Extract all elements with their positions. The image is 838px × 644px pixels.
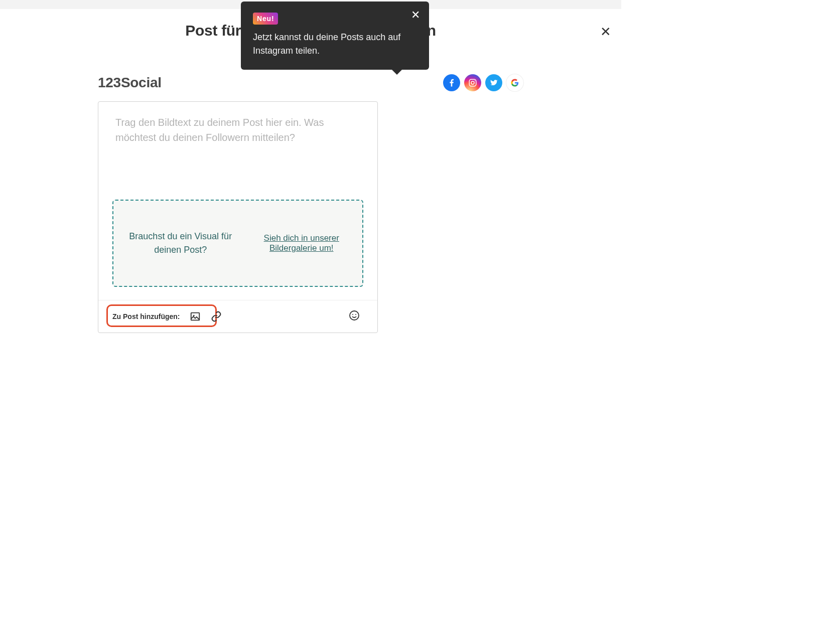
composer-footer: Zu Post hinzufügen: — [98, 300, 377, 333]
instagram-channel-button[interactable] — [464, 74, 481, 91]
add-link-button[interactable] — [210, 310, 222, 323]
tooltip-body: Jetzt kannst du deine Posts auch auf Ins… — [253, 31, 417, 58]
social-channel-picker — [443, 74, 523, 91]
svg-rect-0 — [469, 79, 476, 86]
svg-point-6 — [352, 314, 353, 315]
svg-point-1 — [471, 81, 474, 84]
svg-point-2 — [474, 80, 475, 81]
new-badge: Neu! — [253, 13, 278, 25]
svg-point-7 — [355, 314, 356, 315]
add-to-post-group: Zu Post hinzufügen: — [112, 310, 222, 323]
visual-dropzone[interactable]: Brauchst du ein Visual für deinen Post? … — [112, 200, 363, 287]
google-icon — [510, 78, 519, 87]
emoji-picker-button[interactable] — [348, 309, 360, 324]
svg-point-5 — [350, 311, 359, 320]
emoji-icon — [348, 309, 360, 321]
image-icon — [190, 311, 201, 322]
link-icon — [211, 311, 222, 322]
close-modal-button[interactable]: ✕ — [600, 25, 611, 38]
twitter-icon — [489, 78, 498, 87]
visual-prompt-text: Brauchst du ein Visual für deinen Post? — [119, 230, 242, 257]
post-text-placeholder: Trag den Bildtext zu deinem Post hier ei… — [115, 115, 360, 145]
post-text-input[interactable]: Trag den Bildtext zu deinem Post hier ei… — [98, 102, 377, 200]
add-image-button[interactable] — [189, 310, 201, 323]
add-to-post-label: Zu Post hinzufügen: — [112, 312, 180, 320]
facebook-channel-button[interactable] — [443, 74, 460, 91]
image-gallery-link[interactable]: Sieh dich in unserer Bildergalerie um! — [247, 233, 357, 253]
close-icon: ✕ — [600, 24, 611, 39]
instagram-icon — [468, 78, 477, 87]
twitter-channel-button[interactable] — [485, 74, 502, 91]
account-name: 123Social — [98, 75, 162, 91]
google-channel-button[interactable] — [506, 74, 523, 91]
instagram-tooltip: ✕ Neu! Jetzt kannst du deine Posts auch … — [241, 2, 429, 70]
facebook-icon — [447, 78, 457, 88]
account-header: 123Social — [98, 74, 523, 91]
close-icon: ✕ — [411, 9, 420, 21]
tooltip-close-button[interactable]: ✕ — [411, 9, 420, 22]
post-composer: Trag den Bildtext zu deinem Post hier ei… — [98, 101, 378, 333]
